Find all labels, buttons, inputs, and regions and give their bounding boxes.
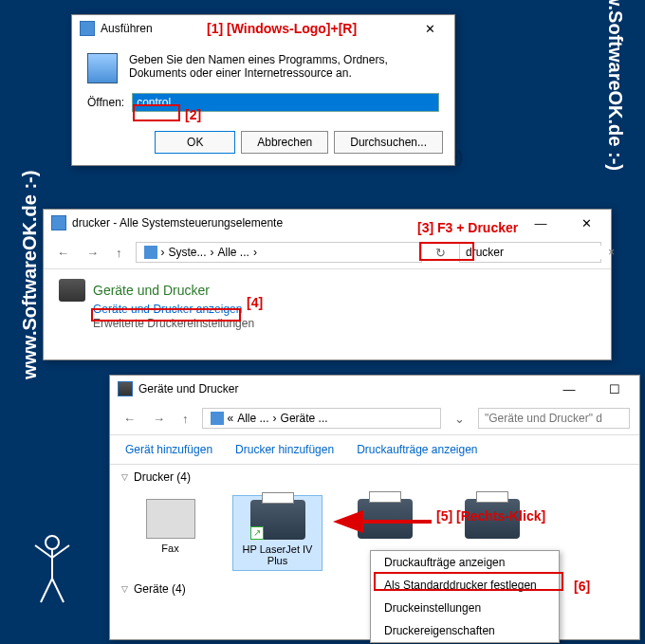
forward-icon[interactable]: →	[83, 244, 102, 262]
run-dialog-window: Ausführen ✕ Geben Sie den Namen eines Pr…	[71, 14, 455, 166]
run-open-label: Öffnen:	[87, 96, 124, 109]
view-print-jobs-button[interactable]: Druckaufträge anzeigen	[357, 443, 477, 456]
cancel-button[interactable]: Abbrechen	[241, 131, 328, 154]
chevron-down-icon: ▽	[121, 472, 128, 482]
devices-toolbar: Gerät hinzufügen Drucker hinzufügen Druc…	[110, 435, 639, 465]
watermark-right: www.SoftwareOK.de :-)	[604, 0, 626, 171]
svg-line-5	[41, 579, 52, 602]
run-description: Geben Sie den Namen eines Programms, Ord…	[129, 53, 439, 80]
result-category[interactable]: Geräte und Drucker	[93, 283, 210, 298]
run-icon-small	[80, 21, 95, 36]
search-window-title: drucker - Alle Systemsteuerungselemente	[72, 216, 283, 230]
svg-line-3	[35, 545, 52, 558]
add-printer-button[interactable]: Drucker hinzufügen	[235, 443, 334, 456]
annotation-5: [5] [Rechts-Klick]	[436, 508, 545, 524]
control-panel-search-window: drucker - Alle Systemsteuerungselemente …	[43, 209, 612, 360]
menu-view-jobs[interactable]: Druckaufträge anzeigen	[371, 551, 559, 574]
ok-button[interactable]: OK	[155, 131, 235, 154]
search-box[interactable]: ×	[459, 242, 601, 263]
up-icon[interactable]: ↑	[112, 244, 126, 262]
back-icon[interactable]: ←	[120, 410, 139, 428]
shortcut-badge-icon: ↗	[250, 526, 264, 540]
devices-search-input[interactable]	[485, 412, 627, 425]
svg-line-4	[52, 545, 69, 558]
dropdown-icon[interactable]: ⌄	[451, 410, 469, 428]
svg-line-6	[52, 579, 64, 602]
search-titlebar[interactable]: drucker - Alle Systemsteuerungselemente …	[44, 210, 611, 236]
breadcrumb-icon	[144, 246, 157, 259]
devices-search-box[interactable]	[478, 408, 630, 429]
highlight-box-2	[133, 104, 180, 121]
svg-point-1	[46, 536, 59, 549]
device-hp-laserjet[interactable]: ↗ HP LaserJet IV Plus	[232, 495, 322, 571]
highlight-box-6	[374, 572, 563, 591]
annotation-3: [3] F3 + Drucker	[417, 220, 518, 235]
device-fax[interactable]: Fax	[125, 495, 215, 571]
add-device-button[interactable]: Gerät hinzufügen	[125, 443, 212, 456]
devices-category-icon	[59, 279, 85, 302]
printers-section-header[interactable]: ▽ Drucker (4)	[110, 465, 639, 489]
watermark-left: www.SoftwareOK.de :-)	[19, 171, 41, 379]
highlight-box-3	[419, 242, 474, 261]
close-icon[interactable]: ✕	[413, 22, 447, 36]
red-arrow-icon	[351, 512, 436, 535]
search-input[interactable]	[466, 246, 608, 259]
clear-search-icon[interactable]: ×	[608, 246, 615, 259]
printer-context-menu: Druckaufträge anzeigen Als Standarddruck…	[370, 550, 560, 643]
menu-print-settings[interactable]: Druckeinstellungen	[371, 597, 559, 619]
up-icon[interactable]: ↑	[178, 410, 193, 428]
close-icon[interactable]: ✕	[569, 216, 603, 230]
highlight-box-4	[91, 308, 241, 322]
stick-figure-icon	[24, 531, 81, 607]
maximize-icon[interactable]: ☐	[598, 382, 632, 396]
annotation-2: [2]	[185, 107, 201, 122]
back-icon[interactable]: ←	[53, 244, 73, 262]
printer-icon: ↗	[250, 500, 305, 540]
annotation-6: [6]	[574, 579, 590, 594]
run-program-icon	[87, 53, 118, 83]
menu-printer-properties[interactable]: Druckereigenschaften	[371, 619, 559, 642]
devices-window-icon	[118, 381, 133, 396]
fax-icon	[146, 499, 195, 539]
control-panel-icon	[51, 215, 66, 230]
forward-icon[interactable]: →	[149, 410, 169, 428]
chevron-down-icon: ▽	[121, 584, 128, 594]
devices-window-title: Geräte und Drucker	[138, 382, 238, 396]
breadcrumb-icon	[211, 412, 224, 425]
breadcrumb[interactable]: « Alle ... › Geräte ...	[202, 408, 442, 429]
annotation-4: [4]	[247, 295, 263, 310]
minimize-icon[interactable]: —	[552, 382, 586, 396]
breadcrumb[interactable]: › Syste... › Alle ... ›	[136, 242, 423, 263]
run-title: Ausführen	[101, 22, 153, 35]
devices-titlebar[interactable]: Geräte und Drucker — ☐	[110, 376, 639, 402]
annotation-1: [1] [Windows-Logo]+[R]	[207, 21, 357, 36]
browse-button[interactable]: Durchsuchen...	[334, 131, 443, 154]
minimize-icon[interactable]: —	[524, 216, 558, 230]
